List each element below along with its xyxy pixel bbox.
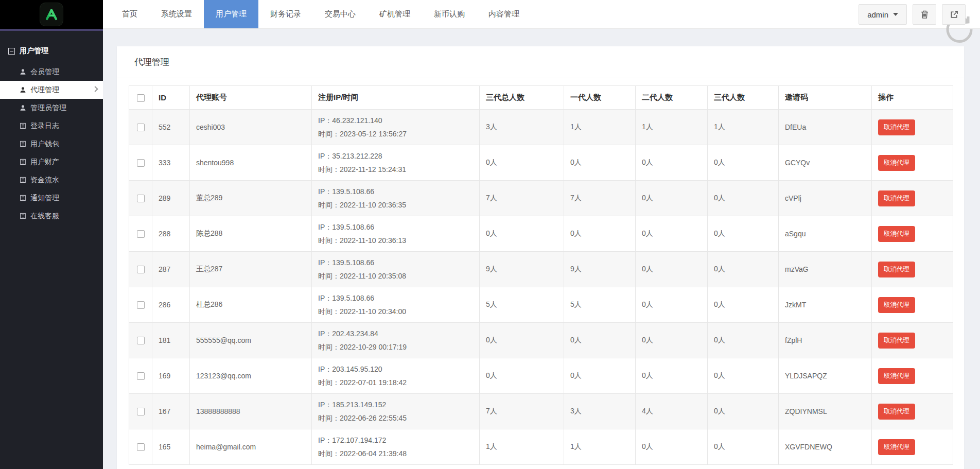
cell-ip-time: IP：35.213.212.228时间：2022-11-12 15:24:31 <box>312 145 480 181</box>
row-checkbox[interactable] <box>137 408 145 415</box>
cell-id: 288 <box>152 216 190 252</box>
cell-gen3: 0人 <box>708 358 779 394</box>
cancel-agent-button[interactable]: 取消代理 <box>878 297 915 313</box>
app-logo[interactable] <box>40 3 63 26</box>
cancel-agent-button[interactable]: 取消代理 <box>878 439 915 455</box>
cancel-agent-button[interactable]: 取消代理 <box>878 368 915 384</box>
ip-line: IP：35.213.212.228 <box>318 149 473 163</box>
cell-gen1: 9人 <box>564 252 636 287</box>
clear-cache-button[interactable] <box>913 4 936 25</box>
row-select-cell <box>129 145 152 181</box>
cell-gen-total: 0人 <box>480 323 564 358</box>
chevron-down-icon <box>893 13 898 16</box>
sidebar-item-6[interactable]: 资金流水 <box>0 171 103 189</box>
sidebar: 用户管理 会员管理代理管理管理员管理登录日志用户钱包用户财产资金流水通知管理在线… <box>0 29 103 469</box>
cell-invite-code: JzkMT <box>779 287 872 323</box>
column-header-5: 二代人数 <box>636 86 708 110</box>
ip-line: IP：139.5.108.66 <box>318 291 473 305</box>
nav-tab-0[interactable]: 首页 <box>110 0 149 28</box>
cancel-agent-button[interactable]: 取消代理 <box>878 333 915 349</box>
row-checkbox[interactable] <box>137 301 145 309</box>
sidebar-item-label: 用户钱包 <box>30 140 59 149</box>
table-row: 289董总289IP：139.5.108.66时间：2022-11-10 20:… <box>129 181 953 216</box>
nav-tab-5[interactable]: 矿机管理 <box>367 0 422 28</box>
sidebar-item-2[interactable]: 管理员管理 <box>0 99 103 117</box>
sidebar-item-0[interactable]: 会员管理 <box>0 63 103 81</box>
cell-gen-total: 7人 <box>480 394 564 429</box>
time-line: 时间：2022-11-12 15:24:31 <box>318 163 473 176</box>
cancel-agent-button[interactable]: 取消代理 <box>878 262 915 277</box>
cancel-agent-button[interactable]: 取消代理 <box>878 119 915 135</box>
cell-ip-time: IP：139.5.108.66时间：2022-11-10 20:36:13 <box>312 216 480 252</box>
logo-area <box>0 0 103 29</box>
column-header-1: 代理账号 <box>190 86 312 110</box>
document-icon <box>20 177 26 183</box>
row-checkbox[interactable] <box>137 124 145 131</box>
sidebar-menu: 会员管理代理管理管理员管理登录日志用户钱包用户财产资金流水通知管理在线客服 <box>0 63 103 225</box>
time-line: 时间：2023-05-12 13:56:27 <box>318 127 473 141</box>
cell-id: 552 <box>152 110 190 145</box>
cancel-agent-button[interactable]: 取消代理 <box>878 190 915 206</box>
row-select-cell <box>129 110 152 145</box>
cancel-agent-button[interactable]: 取消代理 <box>878 226 915 242</box>
cell-gen3: 0人 <box>708 145 779 181</box>
time-line: 时间：2022-11-10 20:36:13 <box>318 234 473 247</box>
cell-account: heima@gmail.com <box>190 429 312 465</box>
cancel-agent-button[interactable]: 取消代理 <box>878 155 915 171</box>
cell-account: 董总289 <box>190 181 312 216</box>
cell-account: 123123@qq.com <box>190 358 312 394</box>
sidebar-item-3[interactable]: 登录日志 <box>0 117 103 135</box>
cell-invite-code: XGVFDNEWQ <box>779 429 872 465</box>
nav-tab-6[interactable]: 新币认购 <box>422 0 477 28</box>
sidebar-item-5[interactable]: 用户财产 <box>0 153 103 171</box>
nav-tab-1[interactable]: 系统设置 <box>149 0 204 28</box>
pagination-summary: 10 条记录 1/1 页 <box>117 465 964 469</box>
cell-actions: 取消代理 <box>872 287 953 323</box>
admin-menu-button[interactable]: admin <box>859 4 907 25</box>
row-select-cell <box>129 181 152 216</box>
sidebar-item-label: 资金流水 <box>30 176 59 185</box>
table-header-row: ID代理账号注册IP/时间三代总人数一代人数二代人数三代人数邀请码操作 <box>129 86 953 110</box>
cell-account: 杜总286 <box>190 287 312 323</box>
sidebar-item-1[interactable]: 代理管理 <box>0 81 103 99</box>
row-checkbox[interactable] <box>137 337 145 344</box>
sidebar-group-user-management[interactable]: 用户管理 <box>0 31 103 63</box>
nav-tab-4[interactable]: 交易中心 <box>313 0 367 28</box>
trash-icon <box>920 10 929 19</box>
cell-actions: 取消代理 <box>872 429 953 465</box>
logout-button[interactable] <box>942 4 966 25</box>
column-header-0: ID <box>152 86 190 110</box>
table-row: 169123123@qq.comIP：203.145.95.120时间：2022… <box>129 358 953 394</box>
row-checkbox[interactable] <box>137 230 145 238</box>
sidebar-item-7[interactable]: 通知管理 <box>0 189 103 207</box>
nav-tab-3[interactable]: 财务记录 <box>258 0 313 28</box>
row-select-cell <box>129 394 152 429</box>
nav-tab-7[interactable]: 内容管理 <box>477 0 531 28</box>
cell-gen-total: 5人 <box>480 287 564 323</box>
cell-actions: 取消代理 <box>872 181 953 216</box>
cell-gen-total: 0人 <box>480 145 564 181</box>
cell-invite-code: GCYQv <box>779 145 872 181</box>
time-line: 时间：2022-11-10 20:35:08 <box>318 269 473 283</box>
row-checkbox[interactable] <box>137 443 145 451</box>
cell-gen3: 0人 <box>708 323 779 358</box>
row-checkbox[interactable] <box>137 195 145 202</box>
select-all-checkbox[interactable] <box>137 94 145 102</box>
logout-icon <box>950 10 958 19</box>
ip-line: IP：185.213.149.152 <box>318 398 473 411</box>
cancel-agent-button[interactable]: 取消代理 <box>878 404 915 420</box>
sidebar-item-8[interactable]: 在线客服 <box>0 207 103 225</box>
user-icon <box>20 105 26 111</box>
row-checkbox[interactable] <box>137 372 145 380</box>
ip-line: IP：139.5.108.66 <box>318 185 473 198</box>
row-select-cell <box>129 358 152 394</box>
cell-gen1: 7人 <box>564 181 636 216</box>
cell-gen3: 0人 <box>708 287 779 323</box>
sidebar-item-4[interactable]: 用户钱包 <box>0 135 103 153</box>
row-checkbox[interactable] <box>137 159 145 167</box>
cell-gen2: 4人 <box>636 394 708 429</box>
table-row: 333shentou998IP：35.213.212.228时间：2022-11… <box>129 145 953 181</box>
row-checkbox[interactable] <box>137 266 145 273</box>
nav-tab-2[interactable]: 用户管理 <box>204 0 258 28</box>
cell-gen2: 0人 <box>636 287 708 323</box>
